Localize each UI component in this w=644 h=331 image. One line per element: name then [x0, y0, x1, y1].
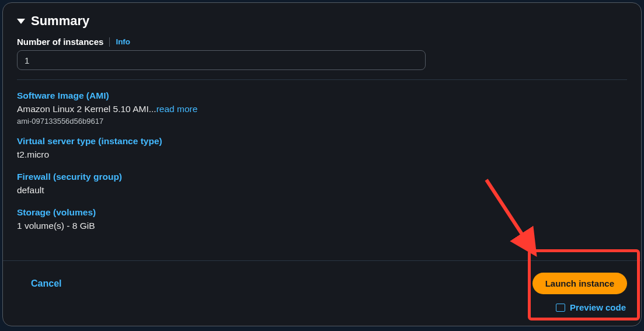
ami-text: Amazon Linux 2 Kernel 5.10 AMI...: [17, 104, 156, 114]
caret-down-icon: [17, 19, 25, 24]
ami-section: Software Image (AMI) Amazon Linux 2 Kern…: [17, 90, 627, 126]
ami-id: ami-097133556d56b9617: [17, 117, 627, 126]
storage-heading: Storage (volumes): [17, 207, 627, 218]
code-icon: [556, 304, 565, 312]
preview-code-label: Preview code: [570, 302, 626, 312]
read-more-link[interactable]: read more: [156, 104, 198, 114]
firewall-heading: Firewall (security group): [17, 172, 627, 182]
info-link[interactable]: Info: [116, 37, 130, 46]
instance-type-heading: Virtual server type (instance type): [17, 136, 627, 147]
ami-value: Amazon Linux 2 Kernel 5.10 AMI...read mo…: [17, 103, 627, 116]
instances-input[interactable]: [17, 50, 426, 70]
storage-value: 1 volume(s) - 8 GiB: [17, 220, 627, 232]
firewall-section: Firewall (security group) default: [17, 172, 627, 197]
summary-header[interactable]: Summary: [17, 13, 627, 29]
cancel-button[interactable]: Cancel: [31, 278, 61, 289]
instance-type-section: Virtual server type (instance type) t2.m…: [17, 136, 627, 161]
footer-right: Launch instance Preview code: [532, 273, 627, 312]
section-divider: [17, 79, 627, 80]
footer: Cancel Launch instance Preview code: [3, 260, 641, 326]
summary-panel: Summary Number of instances Info Softwar…: [2, 2, 642, 326]
preview-code-link[interactable]: Preview code: [556, 302, 626, 312]
instances-label-row: Number of instances Info: [17, 37, 627, 47]
summary-title: Summary: [31, 13, 89, 29]
divider: [109, 37, 110, 47]
instance-type-value: t2.micro: [17, 149, 627, 161]
launch-instance-button[interactable]: Launch instance: [532, 273, 627, 294]
instances-label: Number of instances: [17, 37, 103, 47]
firewall-value: default: [17, 184, 627, 197]
ami-heading: Software Image (AMI): [17, 90, 627, 101]
storage-section: Storage (volumes) 1 volume(s) - 8 GiB: [17, 207, 627, 232]
